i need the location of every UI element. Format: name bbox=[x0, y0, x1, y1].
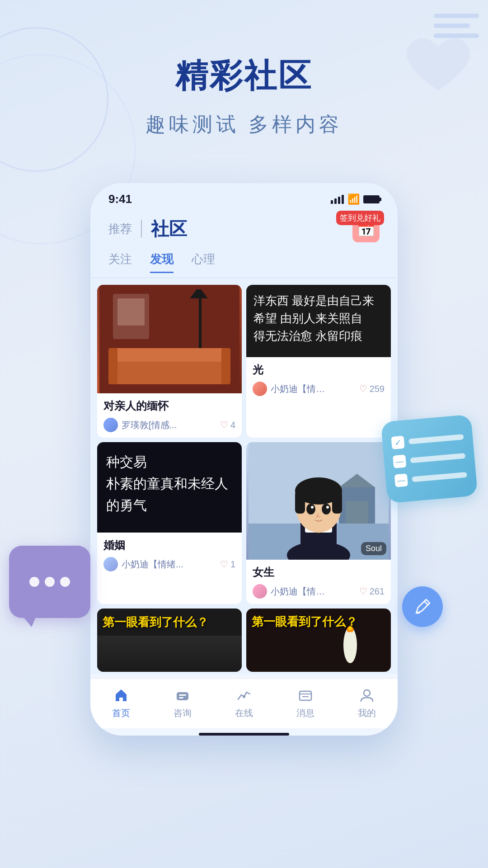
card-question-left-img: 第一眼看到了什么？ bbox=[97, 609, 242, 672]
card-sofa-title: 对亲人的缅怀 bbox=[103, 399, 235, 413]
author-avatar-1 bbox=[253, 382, 267, 396]
check-icon-3: — bbox=[394, 473, 408, 487]
tab-psychology[interactable]: 心理 bbox=[192, 251, 215, 273]
card-quote-body: 光 小奶迪【情… ♡ 259 bbox=[246, 357, 391, 401]
heart-icon-1: ♡ bbox=[359, 383, 367, 394]
svg-rect-22 bbox=[332, 491, 342, 514]
card-anime-likes: ♡ 261 bbox=[359, 586, 385, 597]
bottom-nav-home-label: 首页 bbox=[112, 707, 130, 719]
card-dark-text: 种交易朴素的童真和未经人的勇气 婚姻 小奶迪【情绪... ♡ 1 bbox=[97, 442, 242, 604]
card-quote: 洋东西 最好是由自己来希望 由别人来关照自得无法治愈 永留印痕 光 小奶迪【情…… bbox=[246, 285, 391, 438]
author-name-3: 小奶迪【情… bbox=[271, 585, 325, 598]
signal-bar-2 bbox=[334, 198, 337, 204]
bottom-nav-home[interactable]: 首页 bbox=[90, 686, 152, 719]
card-dark-text-body: 种交易朴素的童真和未经人的勇气 bbox=[106, 451, 233, 524]
wifi-icon: 📶 bbox=[347, 193, 360, 205]
card-question-left: 第一眼看到了什么？ bbox=[97, 609, 242, 672]
check-icon-2: — bbox=[393, 455, 406, 468]
bottom-nav-profile-label: 我的 bbox=[358, 707, 376, 719]
candle-shape bbox=[337, 620, 364, 667]
soul-badge: Soul bbox=[361, 542, 386, 555]
question-right-text: 第一眼看到了什么？ bbox=[246, 609, 391, 635]
author-avatar-3 bbox=[253, 584, 267, 599]
bottom-nav-message-label: 消息 bbox=[296, 707, 314, 719]
bottom-nav-online-label: 在线 bbox=[235, 707, 253, 719]
author-avatar-2 bbox=[103, 557, 118, 571]
card-anime-author: 小奶迪【情… bbox=[253, 584, 325, 599]
svg-point-24 bbox=[322, 504, 331, 514]
online-icon bbox=[235, 686, 253, 704]
check-line-3 bbox=[412, 472, 467, 482]
card-quote-meta: 小奶迪【情… ♡ 259 bbox=[253, 382, 385, 396]
card-anime-meta: 小奶迪【情… ♡ 261 bbox=[253, 584, 385, 599]
content-grid: 对亲人的缅怀 罗瑛敦[情感... ♡ 4 bbox=[90, 278, 398, 674]
question-left-text: 第一眼看到了什么？ bbox=[97, 609, 242, 636]
status-time: 9:41 bbox=[108, 192, 132, 206]
svg-point-35 bbox=[364, 690, 370, 696]
card-anime-body: 女生 小奶迪【情… ♡ 261 bbox=[246, 560, 391, 604]
signal-bars bbox=[331, 195, 344, 204]
svg-rect-14 bbox=[346, 501, 368, 524]
main-title: 精彩社区 bbox=[0, 54, 488, 98]
subtitle: 趣味测试 多样内容 bbox=[0, 111, 488, 138]
check-icon-1: ✓ bbox=[391, 436, 404, 449]
float-checklist: ✓ — — bbox=[381, 415, 478, 504]
bottom-nav-profile[interactable]: 我的 bbox=[336, 686, 398, 719]
nav-community-label[interactable]: 社区 bbox=[151, 217, 187, 241]
dark-face-placeholder bbox=[97, 636, 242, 672]
home-indicator bbox=[199, 733, 289, 736]
svg-point-27 bbox=[343, 627, 357, 663]
phone-nav-bar: 推荐 社区 签到兑好礼 📅 bbox=[90, 211, 398, 247]
battery-icon bbox=[363, 195, 380, 203]
svg-point-26 bbox=[326, 506, 329, 509]
card-dark-body: 婚姻 小奶迪【情绪... ♡ 1 bbox=[97, 533, 242, 577]
phone-tabs: 关注 发现 心理 bbox=[90, 247, 398, 278]
nav-rec-label[interactable]: 推荐 bbox=[108, 221, 132, 237]
bottom-nav-online[interactable]: 在线 bbox=[213, 686, 275, 719]
message-icon bbox=[296, 686, 314, 704]
consult-icon bbox=[174, 686, 192, 704]
tab-discover[interactable]: 发现 bbox=[150, 251, 174, 273]
edit-icon bbox=[413, 597, 432, 617]
card-sofa: 对亲人的缅怀 罗瑛敦[情感... ♡ 4 bbox=[97, 285, 242, 438]
card-quote-author: 小奶迪【情… bbox=[253, 382, 325, 396]
card-anime-image: Soul bbox=[246, 442, 391, 560]
bottom-nav-consult[interactable]: 咨询 bbox=[152, 686, 213, 719]
card-dark-likes: ♡ 1 bbox=[220, 559, 235, 570]
check-line-2 bbox=[410, 453, 466, 463]
card-dark-author: 小奶迪【情绪... bbox=[103, 557, 183, 571]
phone-mockup: 9:41 📶 推荐 社区 签到兑好礼 📅 bbox=[90, 183, 398, 736]
card-quote-text: 洋东西 最好是由自己来希望 由别人来关照自得无法治愈 永留印痕 bbox=[253, 292, 384, 345]
check-line-1 bbox=[408, 434, 464, 444]
chat-dot-2 bbox=[45, 577, 55, 587]
svg-point-23 bbox=[306, 504, 315, 514]
signal-bar-3 bbox=[338, 197, 340, 204]
svg-point-31 bbox=[243, 695, 245, 698]
header-section: 精彩社区 趣味测试 多样内容 bbox=[0, 0, 488, 165]
phone-container: ✓ — — 9:41 📶 bbox=[0, 183, 488, 736]
like-count-1: 259 bbox=[370, 384, 385, 394]
like-count-0: 4 bbox=[230, 420, 235, 430]
card-dark-title: 婚姻 bbox=[103, 538, 235, 552]
svg-rect-29 bbox=[179, 694, 186, 696]
svg-rect-21 bbox=[295, 491, 305, 514]
status-icons: 📶 bbox=[331, 193, 380, 205]
nav-checkin[interactable]: 签到兑好礼 📅 bbox=[352, 215, 380, 242]
profile-icon bbox=[358, 686, 376, 704]
signal-bar-1 bbox=[331, 200, 333, 204]
card-question-right-img: 第一眼看到了什么？ bbox=[246, 609, 391, 672]
card-quote-title: 光 bbox=[253, 363, 385, 377]
card-dark-content: 种交易朴素的童真和未经人的勇气 bbox=[97, 442, 242, 533]
phone-bottom-nav: 首页 咨询 在线 消息 bbox=[90, 679, 398, 728]
svg-rect-30 bbox=[179, 697, 183, 698]
checklist-item-3: — bbox=[394, 468, 468, 487]
svg-rect-28 bbox=[177, 692, 188, 700]
author-name-2: 小奶迪【情绪... bbox=[122, 558, 183, 571]
bottom-nav-message[interactable]: 消息 bbox=[275, 686, 336, 719]
float-chat-bubble bbox=[9, 546, 90, 618]
tab-follow[interactable]: 关注 bbox=[108, 251, 132, 273]
chat-dot-3 bbox=[60, 577, 70, 587]
card-anime-title: 女生 bbox=[253, 565, 385, 580]
svg-rect-9 bbox=[221, 348, 230, 384]
float-edit-button[interactable] bbox=[402, 586, 443, 627]
